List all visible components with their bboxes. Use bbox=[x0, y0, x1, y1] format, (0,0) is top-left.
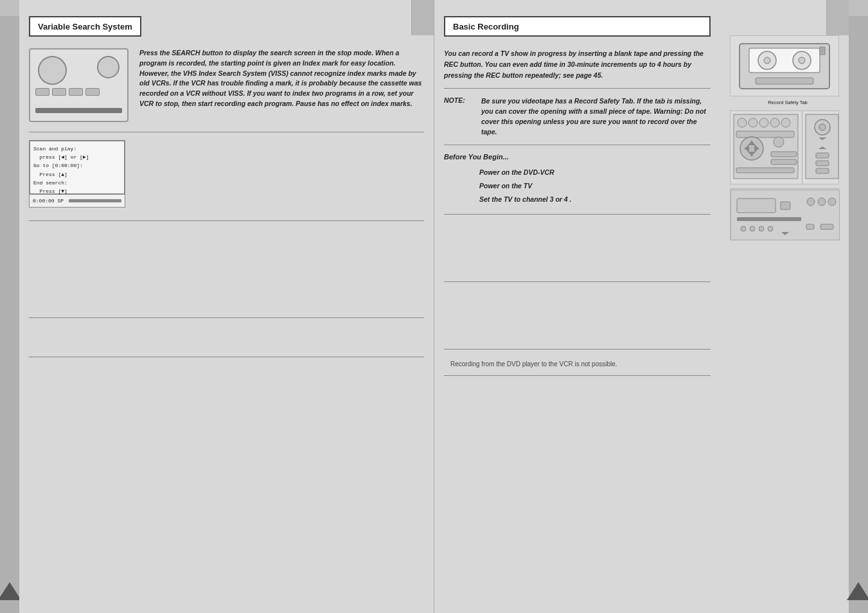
vcr-dial-left bbox=[38, 56, 67, 85]
cassette-container bbox=[730, 35, 839, 96]
divider-1 bbox=[29, 132, 424, 132]
svg-rect-35 bbox=[737, 199, 775, 213]
svg-point-41 bbox=[741, 226, 746, 231]
left-description: Press the SEARCH button to display the s… bbox=[139, 48, 424, 122]
step-area-3 bbox=[444, 290, 711, 341]
svg-point-9 bbox=[738, 118, 747, 127]
svg-point-38 bbox=[807, 198, 815, 206]
right-border bbox=[849, 0, 868, 613]
vcr-device-container bbox=[730, 111, 839, 184]
svg-point-3 bbox=[764, 57, 770, 64]
right-text-content: You can record a TV show in progress by … bbox=[444, 48, 711, 376]
right-top-tab bbox=[849, 0, 868, 16]
left-top-tab bbox=[0, 0, 19, 16]
svg-rect-14 bbox=[736, 131, 794, 138]
tape-progress bbox=[69, 199, 121, 202]
vcr-tape-slot bbox=[35, 108, 122, 113]
screen-line-2: press [◄] or [►] bbox=[33, 153, 121, 161]
right-nav-triangle[interactable] bbox=[847, 582, 868, 600]
vcr-dial-right bbox=[97, 56, 120, 78]
divider-2 bbox=[29, 220, 424, 221]
vcr-controls-svg bbox=[732, 113, 800, 181]
svg-point-10 bbox=[748, 118, 757, 127]
vcr-btn-4 bbox=[85, 88, 100, 96]
right-section-header-box: Basic Recording bbox=[444, 16, 711, 37]
screen-timecode-row: 0:00:00 SP bbox=[29, 195, 125, 208]
vcr-image-container bbox=[29, 48, 132, 122]
bottom-note-area: Recording from the DVD player to the VCR… bbox=[444, 359, 711, 369]
svg-rect-6 bbox=[756, 78, 813, 84]
steps-container: Power on the DVD-VCR Power on the TV Set… bbox=[444, 166, 711, 206]
left-page: Variable Search System bbox=[19, 0, 434, 613]
images-column: Record Safety Tab bbox=[730, 35, 846, 240]
svg-rect-7 bbox=[820, 47, 825, 55]
right-divider-5 bbox=[444, 349, 711, 350]
vcr-btn-2 bbox=[52, 88, 66, 96]
vcr-front-svg bbox=[731, 189, 840, 240]
right-divider-6 bbox=[444, 375, 711, 376]
vhs-cassette-svg bbox=[736, 40, 833, 92]
vcr-front-container bbox=[730, 188, 839, 240]
svg-rect-34 bbox=[731, 189, 840, 191]
svg-point-42 bbox=[750, 226, 755, 231]
note-section: NOTE: Be sure you videotape has a Record… bbox=[444, 96, 711, 137]
step-1: Power on the DVD-VCR bbox=[479, 166, 711, 179]
record-safety-label: Record Safety Tab bbox=[730, 100, 846, 105]
right-divider-1 bbox=[444, 88, 711, 89]
timecode-text: 0:00:00 SP bbox=[33, 198, 64, 204]
bottom-recording-note: Recording from the DVD player to the VCR… bbox=[450, 359, 711, 369]
svg-rect-31 bbox=[816, 161, 829, 166]
svg-rect-24 bbox=[736, 168, 794, 173]
left-description-text: Press the SEARCH button to display the s… bbox=[139, 48, 424, 109]
left-nav-triangle[interactable] bbox=[0, 582, 21, 600]
step-area-2 bbox=[444, 222, 711, 274]
page-container: Variable Search System bbox=[0, 0, 868, 613]
right-page-corner-tab bbox=[826, 0, 849, 35]
screen-line-4: Press [▲] bbox=[33, 170, 121, 179]
svg-rect-36 bbox=[781, 202, 790, 209]
svg-rect-32 bbox=[816, 168, 829, 173]
left-section-header-box: Variable Search System bbox=[29, 16, 141, 37]
left-content-row: Press the SEARCH button to display the s… bbox=[29, 48, 424, 122]
svg-point-40 bbox=[828, 198, 836, 206]
left-section-title: Variable Search System bbox=[38, 22, 132, 31]
right-page: Basic Recording bbox=[434, 0, 849, 613]
divider-3 bbox=[29, 317, 424, 318]
intro-text: You can record a TV show in progress by … bbox=[444, 48, 711, 80]
screen-line-6: Press [▼] bbox=[33, 187, 121, 195]
main-content: Variable Search System bbox=[19, 0, 849, 613]
vcr-device-right bbox=[802, 111, 841, 184]
screen-display: Scan and play: press [◄] or [►] Go to [0… bbox=[29, 140, 125, 195]
svg-point-27 bbox=[819, 124, 826, 130]
screen-line-5: End search: bbox=[33, 179, 121, 187]
svg-rect-23 bbox=[771, 159, 797, 164]
step-3: Set the TV to channel 3 or 4 . bbox=[479, 193, 711, 206]
screen-container: Scan and play: press [◄] or [►] Go to [0… bbox=[29, 140, 128, 208]
divider-4 bbox=[29, 357, 424, 357]
step-2: Power on the TV bbox=[479, 179, 711, 193]
svg-point-11 bbox=[759, 118, 768, 127]
svg-point-21 bbox=[774, 137, 784, 147]
svg-point-43 bbox=[759, 226, 764, 231]
screen-line-3: Go to [0:00:00]: bbox=[33, 161, 121, 170]
left-page-corner-tab bbox=[411, 0, 434, 35]
svg-point-12 bbox=[770, 118, 779, 127]
vcr-buttons bbox=[35, 88, 100, 96]
note-label: NOTE: bbox=[444, 96, 477, 137]
note-value: Be sure you videotape has a Record Safet… bbox=[481, 96, 711, 137]
vcr-front-image bbox=[29, 48, 128, 122]
right-section-title: Basic Recording bbox=[453, 22, 519, 31]
svg-point-13 bbox=[781, 118, 790, 127]
vcr-btn-3 bbox=[69, 88, 83, 96]
right-divider-2 bbox=[444, 145, 711, 145]
svg-rect-22 bbox=[771, 152, 797, 157]
screen-row: Scan and play: press [◄] or [►] Go to [0… bbox=[29, 140, 424, 208]
vcr-btn-1 bbox=[35, 88, 49, 96]
svg-rect-37 bbox=[737, 217, 801, 221]
svg-rect-30 bbox=[816, 153, 829, 158]
before-begin-label: Before You Begin... bbox=[444, 153, 711, 161]
svg-rect-45 bbox=[820, 224, 833, 229]
screen-line-1: Scan and play: bbox=[33, 145, 121, 153]
right-divider-4 bbox=[444, 281, 711, 282]
vcr-side-svg bbox=[804, 113, 840, 181]
